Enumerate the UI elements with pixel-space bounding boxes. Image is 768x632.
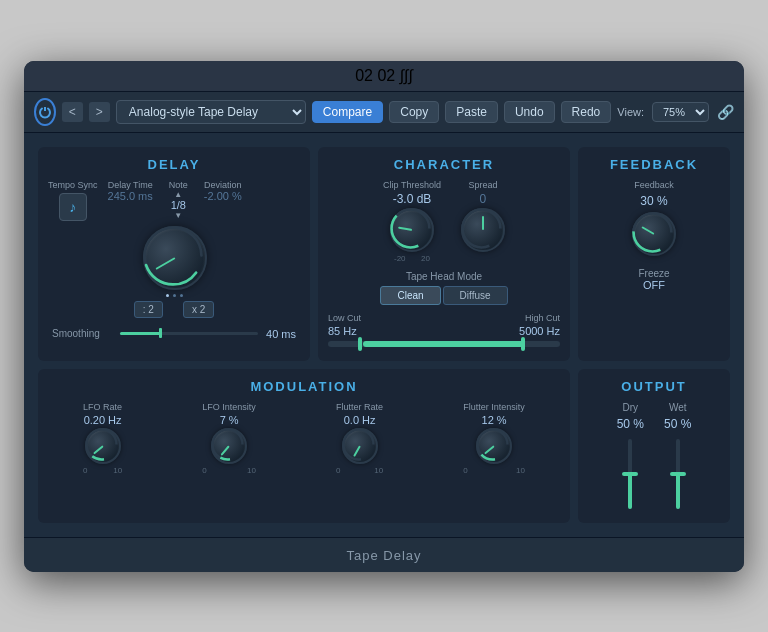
dry-value: 50 % [617, 417, 644, 431]
svg-point-7 [86, 429, 116, 459]
deviation-label: Deviation [204, 180, 242, 190]
nav-next-button[interactable]: > [89, 102, 110, 122]
spread-label: Spread [468, 180, 497, 190]
flutter-rate-knob[interactable] [342, 428, 378, 464]
power-button[interactable] [34, 98, 56, 126]
wet-thumb[interactable] [670, 472, 686, 476]
tempo-sync: Tempo Sync ♪ [48, 180, 98, 221]
wet-slider[interactable] [676, 439, 680, 509]
note-dots [166, 294, 183, 297]
cut-labels: Low Cut High Cut [328, 313, 560, 323]
clip-scale-max: 20 [421, 254, 430, 263]
note-select[interactable]: ▲ 1/8 ▼ [171, 190, 186, 220]
flutter-rate-group: Flutter Rate 0.0 Hz 0 10 [336, 402, 383, 475]
flutter-int-min: 0 [463, 466, 467, 475]
mod-knobs: LFO Rate 0.20 Hz 0 10 [48, 402, 560, 475]
flutter-rate-min: 0 [336, 466, 340, 475]
diffuse-button[interactable]: Diffuse [443, 286, 508, 305]
dry-thumb[interactable] [622, 472, 638, 476]
note-group: Note ▲ 1/8 ▼ [169, 180, 188, 220]
lfo-rate-knob[interactable] [85, 428, 121, 464]
lfo-int-knob[interactable] [211, 428, 247, 464]
cut-values: 85 Hz 5000 Hz [328, 325, 560, 337]
svg-point-9 [213, 429, 243, 459]
plugin-window: 02 02 ∫∫∫ < > Analog-style Tape Delay Co… [24, 61, 744, 572]
flutter-int-value: 12 % [482, 414, 507, 426]
feedback-knob-area: Feedback 30 % [588, 180, 720, 256]
wet-fill [676, 474, 680, 509]
smoothing-value: 40 ms [266, 328, 296, 340]
modulation-title: MODULATION [48, 379, 560, 394]
smoothing-thumb[interactable] [159, 328, 162, 338]
delay-time-label: Delay Time [108, 180, 153, 190]
low-cut-thumb[interactable] [358, 337, 362, 351]
lfo-rate-group: LFO Rate 0.20 Hz 0 10 [83, 402, 122, 475]
tape-mode-label: Tape Head Mode [328, 271, 560, 282]
redo-button[interactable]: Redo [561, 101, 612, 123]
feedback-knob[interactable] [632, 212, 676, 256]
lfo-int-group: LFO Intensity 7 % 0 10 [202, 402, 256, 475]
toolbar-right: View: 75% 🔗 [617, 102, 734, 122]
feedback-label: Feedback [634, 180, 674, 190]
high-cut-label: High Cut [525, 313, 560, 323]
nav-prev-button[interactable]: < [62, 102, 83, 122]
tempo-sync-label: Tempo Sync [48, 180, 98, 190]
tempo-sync-button[interactable]: ♪ [59, 193, 87, 221]
flutter-int-label: Flutter Intensity [463, 402, 525, 412]
delay-top: Tempo Sync ♪ Delay Time 245.0 ms Note ▲ [48, 180, 300, 297]
lfo-rate-max: 10 [113, 466, 122, 475]
smoothing-slider[interactable] [120, 332, 258, 335]
title-bar-text: 02 02 ∫∫∫ [355, 67, 413, 85]
spread-value: 0 [480, 192, 487, 206]
freeze-value: OFF [588, 279, 720, 291]
freeze-area: Freeze OFF [588, 268, 720, 291]
smoothing-fill [120, 332, 161, 335]
spread-group: Spread 0 [461, 180, 505, 263]
clean-button[interactable]: Clean [380, 286, 440, 305]
toolbar: < > Analog-style Tape Delay Compare Copy… [24, 92, 744, 133]
delay-time-value: 245.0 ms [108, 190, 153, 202]
undo-button[interactable]: Undo [504, 101, 555, 123]
flutter-rate-scale: 0 10 [336, 466, 383, 475]
div1-button[interactable]: : 2 [134, 301, 163, 318]
output-section: OUTPUT Dry 50 % Wet 50 % [578, 369, 730, 523]
dry-label: Dry [623, 402, 639, 413]
high-cut-thumb[interactable] [521, 337, 525, 351]
copy-button[interactable]: Copy [389, 101, 439, 123]
clip-threshold-knob[interactable] [390, 208, 434, 252]
flutter-rate-label: Flutter Rate [336, 402, 383, 412]
link-icon[interactable]: 🔗 [717, 104, 734, 120]
lfo-int-value: 7 % [220, 414, 239, 426]
paste-button[interactable]: Paste [445, 101, 498, 123]
dot3 [180, 294, 183, 297]
delay-knob[interactable] [143, 226, 207, 290]
div2-button[interactable]: x 2 [183, 301, 214, 318]
compare-button[interactable]: Compare [312, 101, 383, 123]
smoothing-label: Smoothing [52, 328, 112, 339]
view-select[interactable]: 75% [652, 102, 709, 122]
clip-scale-min: -20 [394, 254, 406, 263]
lfo-int-label: LFO Intensity [202, 402, 256, 412]
low-cut-label: Low Cut [328, 313, 361, 323]
smoothing-row: Smoothing 40 ms [48, 328, 300, 340]
feedback-section: FEEDBACK Feedback 30 % Freeze OFF [578, 147, 730, 361]
lfo-int-max: 10 [247, 466, 256, 475]
flutter-int-knob[interactable] [476, 428, 512, 464]
feedback-title: FEEDBACK [588, 157, 720, 172]
wet-group: Wet 50 % [664, 402, 691, 513]
output-sliders: Dry 50 % Wet 50 % [588, 402, 720, 513]
dry-slider[interactable] [628, 439, 632, 509]
cut-filter-slider[interactable] [328, 341, 560, 347]
svg-point-11 [343, 429, 373, 459]
delay-params-row: Delay Time 245.0 ms Note ▲ 1/8 ▼ [108, 180, 242, 220]
wet-label: Wet [669, 402, 687, 413]
lfo-rate-min: 0 [83, 466, 87, 475]
spread-knob[interactable] [461, 208, 505, 252]
clip-threshold-value: -3.0 dB [393, 192, 432, 206]
dry-group: Dry 50 % [617, 402, 644, 513]
modulation-section: MODULATION LFO Rate 0.20 Hz 0 [38, 369, 570, 523]
deviation-value: -2.00 % [204, 190, 242, 202]
clip-threshold-label: Clip Threshold [383, 180, 441, 190]
preset-select[interactable]: Analog-style Tape Delay [116, 100, 306, 124]
wet-value: 50 % [664, 417, 691, 431]
